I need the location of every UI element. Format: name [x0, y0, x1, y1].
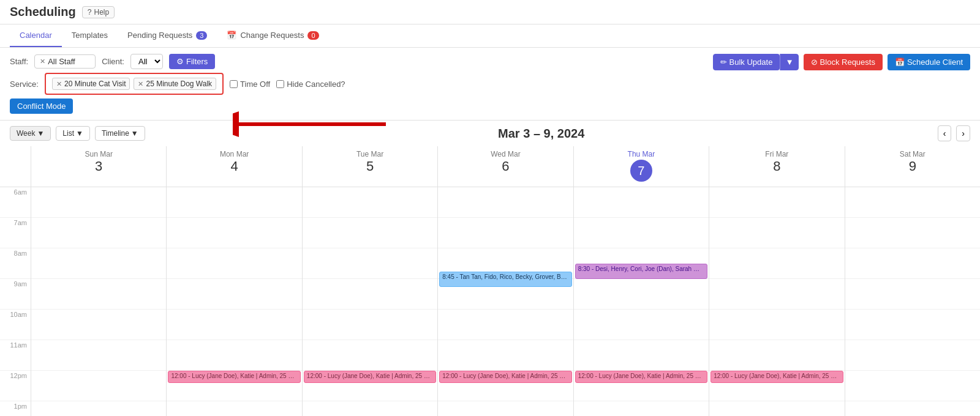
calendar-event[interactable]: 12:00 - Lucy (Jane Doe), Katie | Admin, …: [168, 371, 300, 383]
staff-value: All Staff: [48, 57, 75, 66]
help-label: Help: [94, 8, 109, 17]
prev-week-button[interactable]: ‹: [938, 125, 952, 141]
cal-row: [845, 187, 980, 218]
service-dog-label: 25 Minute Dog Walk: [146, 80, 212, 88]
block-icon: ⊘: [811, 58, 818, 67]
cal-row: [709, 340, 844, 371]
cal-row: [31, 279, 166, 310]
bulk-icon: ✏: [720, 58, 727, 67]
cal-row: [167, 401, 301, 416]
cal-row: [438, 401, 573, 416]
bulk-update-dropdown[interactable]: ▼: [780, 54, 798, 70]
cal-col-2: 12:00 - Lucy (Jane Doe), Katie | Admin, …: [302, 187, 437, 416]
toolbar: Staff: ✕ All Staff Client: All ⚙ Filters…: [0, 48, 980, 121]
week-view-button[interactable]: Week ▼: [10, 126, 51, 141]
conflict-mode-button[interactable]: Conflict Mode: [10, 98, 73, 114]
next-week-button[interactable]: ›: [956, 125, 970, 141]
cal-col-3: 8:45 - Tan Tan, Fido, Rico, Becky, Grove…: [437, 187, 573, 416]
help-button[interactable]: ? Help: [82, 6, 115, 18]
time-1pm: 1pm: [0, 401, 31, 416]
toolbar-row-2: Service: ✕ 20 Minute Cat Visit ✕ 25 Minu…: [10, 73, 970, 95]
hide-cancelled-checkbox[interactable]: [276, 80, 284, 88]
list-dropdown-icon: ▼: [76, 129, 83, 138]
tab-change-requests[interactable]: 📅 Change Requests 0: [217, 24, 328, 47]
service-tag-cat[interactable]: ✕ 20 Minute Cat Visit: [52, 78, 130, 90]
cal-row: [303, 340, 437, 371]
cal-header-day-3: Wed Mar6: [437, 146, 573, 187]
calendar-event[interactable]: 12:00 - Lucy (Jane Doe), Katie | Admin, …: [575, 371, 707, 383]
view-controls: Week ▼ List ▼ Timeline ▼ Mar 3 – 9, 2024…: [0, 121, 980, 146]
time-off-toggle[interactable]: Time Off: [230, 80, 270, 89]
calendar-event[interactable]: 12:00 - Lucy (Jane Doe), Katie | Admin, …: [304, 371, 436, 383]
cal-row: [845, 218, 980, 248]
cal-row: [845, 248, 980, 279]
time-7am: 7am: [0, 218, 31, 248]
cal-row: [303, 310, 437, 340]
calendar-event[interactable]: 12:00 - Lucy (Jane Doe), Katie | Admin, …: [439, 371, 571, 383]
staff-clear-icon[interactable]: ✕: [40, 58, 45, 65]
cal-row: [303, 248, 437, 279]
cal-col-5: 12:00 - Lucy (Jane Doe), Katie | Admin, …: [709, 187, 844, 416]
date-range: Mar 3 – 9, 2024: [150, 127, 933, 141]
cal-col-4: 8:30 - Desi, Henry, Cori, Joe (Dan), Sar…: [573, 187, 709, 416]
cal-row: [845, 371, 980, 401]
cal-row: [845, 310, 980, 340]
cal-row: [845, 340, 980, 371]
bulk-update-group: ✏ Bulk Update ▼: [713, 54, 799, 70]
timeline-dropdown-icon: ▼: [131, 129, 138, 138]
schedule-client-button[interactable]: 📅 Schedule Client: [888, 54, 970, 70]
question-icon: ?: [88, 8, 92, 17]
time-off-checkbox[interactable]: [230, 80, 238, 88]
tab-templates[interactable]: Templates: [62, 24, 118, 47]
service-cat-clear[interactable]: ✕: [56, 80, 62, 88]
staff-select[interactable]: ✕ All Staff: [34, 54, 96, 69]
time-8am: 8am: [0, 248, 31, 279]
service-filter-box: ✕ 20 Minute Cat Visit ✕ 25 Minute Dog Wa…: [45, 73, 224, 95]
calendar-grid: 12:00 - Lucy (Jane Doe), Katie | Admin, …: [31, 187, 980, 416]
cal-row: [438, 310, 573, 340]
bulk-update-button[interactable]: ✏ Bulk Update: [713, 54, 780, 70]
tab-calendar[interactable]: Calendar: [10, 24, 62, 47]
cal-row: [31, 310, 166, 340]
filters-button[interactable]: ⚙ Filters: [169, 54, 215, 69]
cal-row: [31, 248, 166, 279]
top-right-buttons: ✏ Bulk Update ▼ ⊘ Block Requests 📅 Sched…: [713, 54, 970, 70]
cal-row: [845, 401, 980, 416]
calendar-event[interactable]: 12:00 - Lucy (Jane Doe), Katie | Admin, …: [710, 371, 843, 383]
cal-row: [709, 310, 844, 340]
calendar-event[interactable]: 8:30 - Desi, Henry, Cori, Joe (Dan), Sar…: [575, 264, 707, 279]
cal-row: [167, 310, 301, 340]
staff-label: Staff:: [10, 57, 28, 66]
cal-col-6: [845, 187, 980, 416]
hide-cancelled-toggle[interactable]: Hide Cancelled?: [276, 80, 345, 89]
cal-header-day-6: Sat Mar9: [845, 146, 980, 187]
cal-row: [31, 401, 166, 416]
cal-row: [167, 248, 301, 279]
cal-row: [438, 218, 573, 248]
list-view-button[interactable]: List ▼: [56, 126, 90, 141]
cal-row: [167, 340, 301, 371]
service-cat-label: 20 Minute Cat Visit: [64, 80, 126, 88]
cal-row: [574, 340, 709, 371]
change-badge: 0: [307, 31, 318, 40]
pending-badge: 3: [196, 31, 207, 40]
tab-bar: Calendar Templates Pending Requests 3 📅 …: [0, 24, 980, 48]
timeline-view-button[interactable]: Timeline ▼: [95, 126, 145, 141]
cal-row: [31, 371, 166, 401]
time-11am: 11am: [0, 340, 31, 371]
time-10am: 10am: [0, 310, 31, 340]
cal-row: [303, 401, 437, 416]
tab-pending-requests[interactable]: Pending Requests 3: [118, 24, 217, 47]
calendar-event[interactable]: 8:45 - Tan Tan, Fido, Rico, Becky, Grove…: [439, 272, 571, 287]
time-9am: 9am: [0, 279, 31, 310]
client-select[interactable]: All: [130, 54, 163, 69]
cal-row: [438, 340, 573, 371]
cal-row: [31, 340, 166, 371]
cal-header-day-5: Fri Mar8: [709, 146, 844, 187]
client-label: Client:: [102, 57, 124, 66]
cal-row: [574, 187, 709, 218]
block-requests-button[interactable]: ⊘ Block Requests: [804, 54, 883, 70]
cal-row: [167, 187, 301, 218]
service-dog-clear[interactable]: ✕: [138, 80, 143, 88]
service-tag-dog[interactable]: ✕ 25 Minute Dog Walk: [134, 78, 216, 90]
